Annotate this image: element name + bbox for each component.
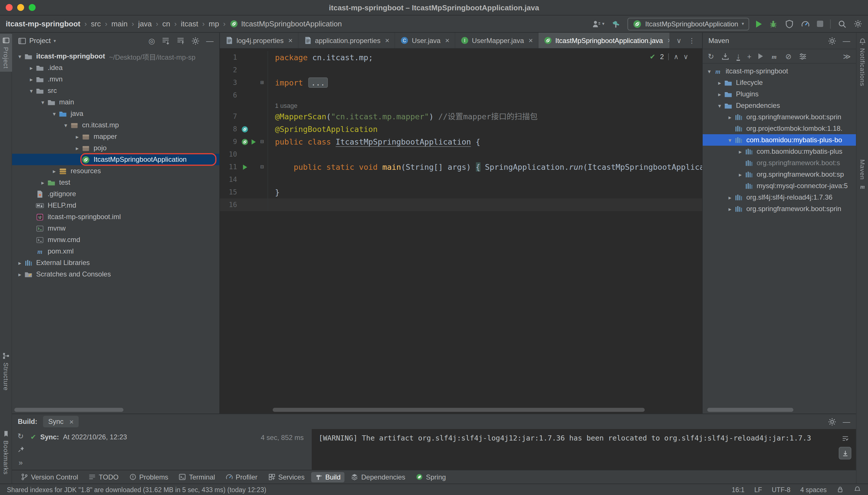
toolwindow-button-terminal[interactable]: Terminal: [175, 472, 219, 482]
toolwindow-button-build[interactable]: Build: [311, 472, 344, 482]
close-icon[interactable]: ×: [385, 37, 389, 44]
chevron-down-icon[interactable]: ▾: [705, 68, 714, 74]
reimport-maven-icon[interactable]: ↻: [708, 52, 714, 60]
horizontal-scrollbar[interactable]: [273, 408, 645, 412]
project-tree-row[interactable]: ▾main: [12, 96, 219, 108]
hidden-tabs-icon[interactable]: ∨: [676, 36, 682, 45]
run-gutter-icon[interactable]: [250, 138, 257, 146]
hide-panel-icon[interactable]: —: [206, 37, 214, 45]
toolwindow-button-profiler[interactable]: Profiler: [221, 472, 262, 482]
chevron-right-icon[interactable]: ▸: [736, 171, 744, 177]
project-tree-row[interactable]: ▸.mvn: [12, 73, 219, 85]
more-options-icon[interactable]: »: [19, 458, 23, 467]
settings-icon[interactable]: [828, 417, 836, 426]
toolwindow-button-problems[interactable]: Problems: [125, 472, 172, 482]
project-tree-row[interactable]: ▸External Libraries: [12, 257, 219, 269]
project-tree-row[interactable]: ▾cn.itcast.mp: [12, 119, 219, 131]
rerun-sync-icon[interactable]: ↻: [17, 432, 24, 441]
project-tree-row[interactable]: ▸Scratches and Consoles: [12, 269, 219, 280]
soft-wrap-button[interactable]: [839, 432, 851, 445]
download-sources-icon[interactable]: [721, 52, 730, 61]
editor-tab[interactable]: log4j.properties×: [220, 33, 298, 48]
breadcrumb-item[interactable]: java: [138, 19, 152, 28]
prev-inspection-icon[interactable]: ∧: [674, 53, 679, 61]
chevron-down-icon[interactable]: ▾: [38, 99, 47, 105]
chevron-right-icon[interactable]: ▸: [726, 206, 734, 212]
project-tree-row[interactable]: ▾src: [12, 85, 219, 96]
execute-goal-icon[interactable]: m: [770, 52, 779, 61]
project-tree-row[interactable]: ▸mapper: [12, 131, 219, 142]
close-icon[interactable]: ×: [528, 37, 533, 44]
debug-button[interactable]: [769, 19, 778, 29]
more-options-icon[interactable]: ⋮: [688, 36, 695, 45]
code-line[interactable]: 9⊟public class ItcastMpSpringbootApplica…: [220, 135, 702, 148]
chevron-down-icon[interactable]: ▾: [16, 53, 24, 59]
chevron-right-icon[interactable]: ▸: [16, 271, 24, 277]
chevron-right-icon[interactable]: ▸: [16, 259, 24, 266]
code-line[interactable]: 3⊞import ...: [220, 76, 702, 89]
maven-tree-row[interactable]: ▾mitcast-mp-springboot: [703, 65, 856, 77]
search-everywhere-button[interactable]: [838, 19, 847, 29]
collapse-all-icon[interactable]: [176, 36, 185, 45]
chevron-right-icon[interactable]: ▸: [27, 76, 36, 82]
project-tree-row[interactable]: ItcastMpSpringbootApplication: [12, 154, 219, 165]
chevron-right-icon[interactable]: ▸: [50, 168, 59, 174]
run-gutter-icon[interactable]: [241, 163, 249, 171]
chevron-right-icon[interactable]: ▸: [73, 145, 82, 151]
project-tree-row[interactable]: IJitcast-mp-springboot.iml: [12, 211, 219, 223]
chevron-right-icon[interactable]: ▸: [726, 114, 734, 120]
toolwindow-button-spring[interactable]: Spring: [412, 472, 450, 482]
project-tree-row[interactable]: ▸pojo: [12, 142, 219, 154]
build-hammer-icon[interactable]: [611, 19, 621, 29]
breadcrumb-item[interactable]: src: [91, 19, 101, 28]
settings-icon[interactable]: [191, 36, 200, 45]
breadcrumb-item[interactable]: itcast-mp-springboot: [6, 19, 80, 28]
maven-tree-row[interactable]: ▾com.baomidou:mybatis-plus-bo: [703, 134, 856, 146]
maven-tree-row[interactable]: ▸org.springframework.boot:sprin: [703, 203, 856, 215]
settings-icon[interactable]: [828, 36, 836, 45]
maven-tree-row[interactable]: ▸Lifecycle: [703, 77, 856, 88]
caret-position[interactable]: 16:1: [732, 486, 744, 493]
skip-tests-icon[interactable]: ⊘: [785, 52, 792, 60]
project-tree-row[interactable]: ▾itcast-mp-springboot~/Desktop/项目/itcast…: [12, 50, 219, 62]
breadcrumb-item[interactable]: main: [111, 19, 128, 28]
close-window-button[interactable]: [6, 4, 13, 11]
indent-style[interactable]: 4 spaces: [800, 486, 827, 493]
readonly-lock-icon[interactable]: [836, 486, 844, 493]
maven-tree-row[interactable]: org.springframework.boot:s: [703, 157, 856, 169]
code-line[interactable]: 1package cn.itcast.mp;: [220, 51, 702, 64]
maven-tree-row[interactable]: org.projectlombok:lombok:1.18.: [703, 123, 856, 134]
project-tree-row[interactable]: .gitignore: [12, 188, 219, 200]
code-line[interactable]: 6: [220, 89, 702, 102]
chevron-down-icon[interactable]: ▾: [50, 110, 59, 117]
chevron-down-icon[interactable]: ▾: [62, 122, 70, 128]
maven-tree-row[interactable]: ▸org.springframework.boot:sp: [703, 169, 856, 180]
chevron-right-icon[interactable]: ▸: [38, 179, 47, 186]
expand-all-icon[interactable]: [161, 36, 170, 45]
chevron-right-icon[interactable]: ▸: [726, 194, 734, 201]
code-line[interactable]: 2: [220, 64, 702, 76]
project-tree-row[interactable]: mvnw: [12, 223, 219, 234]
chevron-right-icon[interactable]: ▸: [73, 133, 82, 140]
toolwindow-button-services[interactable]: Services: [264, 472, 309, 482]
breadcrumb-item-current[interactable]: ItcastMpSpringbootApplication: [230, 19, 342, 28]
close-icon[interactable]: ×: [667, 37, 669, 44]
usages-inlay[interactable]: 1 usage: [268, 102, 297, 110]
project-tree-row[interactable]: ▸test: [12, 177, 219, 188]
editor-tab[interactable]: IUserMapper.java×: [455, 33, 539, 48]
code-line[interactable]: 11⊟ public static void main(String[] arg…: [220, 160, 702, 173]
code-line[interactable]: 7@MapperScan("cn.itcast.mp.mapper") //设置…: [220, 110, 702, 123]
scroll-to-end-button[interactable]: [839, 447, 851, 459]
close-icon[interactable]: ×: [445, 37, 449, 44]
project-tree-row[interactable]: mvnw.cmd: [12, 234, 219, 245]
code-line[interactable]: 10: [220, 148, 702, 160]
minimize-window-button[interactable]: [17, 4, 24, 11]
maven-settings-icon[interactable]: [799, 52, 807, 61]
code-editor[interactable]: 1package cn.itcast.mp;23⊞import ...61 us…: [220, 49, 702, 413]
stripe-button-project[interactable]: Project: [0, 34, 12, 72]
code-line[interactable]: 16: [220, 199, 702, 211]
chevron-down-icon[interactable]: ▾: [715, 102, 724, 109]
toolwindow-button-todo[interactable]: TODO: [84, 472, 122, 482]
editor-tab[interactable]: ItcastMpSpringbootApplication.java×: [539, 33, 670, 48]
maven-tree-row[interactable]: ▾Dependencies: [703, 100, 856, 111]
